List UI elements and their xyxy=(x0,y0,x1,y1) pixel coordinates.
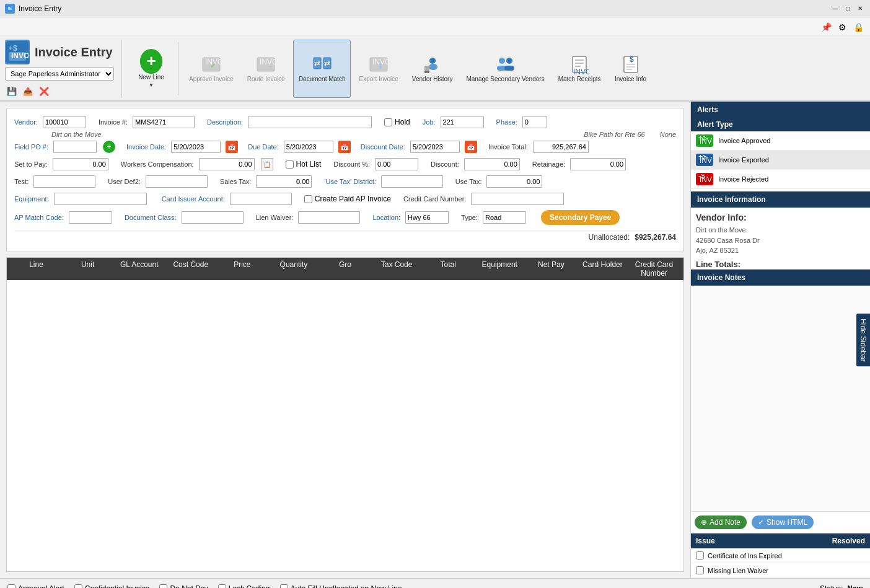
lock-coding-label[interactable]: Lock Coding xyxy=(218,584,270,589)
add-note-button[interactable]: ⊕ Add Note xyxy=(695,516,747,529)
invoice-num-input[interactable] xyxy=(133,116,195,128)
manage-secondary-vendors-icon xyxy=(496,55,516,74)
due-date-cal-button[interactable]: 📅 xyxy=(338,141,351,153)
sales-tax-input[interactable] xyxy=(256,175,312,188)
type-input[interactable] xyxy=(483,211,526,224)
retainage-input[interactable] xyxy=(570,158,626,170)
job-input[interactable] xyxy=(441,116,484,128)
hot-list-label[interactable]: Hot List xyxy=(286,160,322,169)
description-input[interactable] xyxy=(248,116,372,128)
close-button[interactable]: ✕ xyxy=(855,4,865,14)
ap-match-input[interactable] xyxy=(69,211,112,224)
location-input[interactable] xyxy=(405,211,449,224)
show-html-button[interactable]: ✓ Show HTML xyxy=(752,516,814,529)
auto-fill-label[interactable]: Auto Fill Unallocated on New Line xyxy=(280,584,402,589)
route-invoice-button[interactable]: INVOICE → Route Invoice xyxy=(242,40,291,98)
settings-button[interactable]: ⚙ xyxy=(835,20,849,34)
alert-exported[interactable]: +$ INVOICE Invoice Exported xyxy=(691,151,870,170)
equipment-input[interactable] xyxy=(54,193,147,205)
create-paid-ap-label[interactable]: Create Paid AP Invoice xyxy=(304,195,391,203)
vendor-history-button[interactable]: Vendor History xyxy=(406,40,459,98)
alert-approved-label: Invoice Approved xyxy=(718,137,770,144)
table-body xyxy=(7,280,683,571)
field-po-button[interactable]: + xyxy=(103,141,115,153)
do-not-pay-checkbox[interactable] xyxy=(159,584,167,588)
set-to-pay-label: Set to Pay: xyxy=(14,160,48,168)
approval-alert-checkbox[interactable] xyxy=(7,584,15,588)
workers-comp-icon-button[interactable]: 📋 xyxy=(261,158,273,170)
approve-invoice-button[interactable]: INVOICE ✔ Approve Invoice xyxy=(183,40,239,98)
issue-cert-expired-checkbox[interactable] xyxy=(696,551,704,559)
lock-coding-checkbox[interactable] xyxy=(218,584,226,588)
new-line-button[interactable]: + New Line ▼ xyxy=(130,40,173,98)
save-button[interactable]: 💾 xyxy=(5,84,19,98)
lien-waiver-input[interactable] xyxy=(298,211,360,224)
card-issuer-input[interactable] xyxy=(230,193,292,205)
retainage-label: Retainage: xyxy=(532,160,565,168)
match-receipts-button[interactable]: INVOICE Match Receipts xyxy=(553,40,607,98)
create-paid-ap-checkbox[interactable] xyxy=(304,195,312,203)
issue-missing-lien-checkbox[interactable] xyxy=(696,566,704,574)
invoice-total-input[interactable] xyxy=(533,141,589,153)
due-date-input[interactable] xyxy=(284,141,333,153)
hot-list-checkbox[interactable] xyxy=(286,160,294,169)
svg-text:✔: ✔ xyxy=(210,61,216,70)
col-unit: Unit xyxy=(62,260,113,278)
col-card-holder: Card Holder xyxy=(577,260,628,278)
phase-input[interactable] xyxy=(522,116,547,128)
user-dropdown[interactable]: Sage Paperless Administrator xyxy=(5,67,114,81)
minimize-button[interactable]: — xyxy=(830,4,840,14)
export-button[interactable]: 📤 xyxy=(21,84,35,98)
test-input[interactable] xyxy=(33,175,95,188)
hold-checkbox-label[interactable]: Hold xyxy=(384,118,410,126)
lock-button[interactable]: 🔒 xyxy=(851,20,865,34)
auto-fill-checkbox[interactable] xyxy=(280,584,288,588)
alert-rejected[interactable]: -$ INVOICE Invoice Rejected xyxy=(691,170,870,189)
status-value: New xyxy=(847,584,863,589)
document-match-button[interactable]: ⇄ ⇄ Document Match xyxy=(293,40,351,98)
secondary-payee-button[interactable]: Secondary Payee xyxy=(541,210,620,225)
workers-comp-input[interactable] xyxy=(199,158,255,170)
set-to-pay-input[interactable] xyxy=(53,158,108,170)
do-not-pay-label[interactable]: Do Not Pay xyxy=(159,584,208,589)
discard-button[interactable]: ❌ xyxy=(37,84,51,98)
discount-date-cal-button[interactable]: 📅 xyxy=(465,141,477,153)
type-label: Type: xyxy=(461,214,478,221)
use-tax-district-input[interactable] xyxy=(381,175,443,188)
vendor-history-label: Vendor History xyxy=(412,76,453,83)
workers-comp-label: Workers Compensation: xyxy=(121,160,194,168)
discount-pct-input[interactable] xyxy=(375,158,418,170)
invoice-date-input[interactable] xyxy=(171,141,221,153)
discount-label: Discount: xyxy=(431,160,459,168)
approval-alert-label[interactable]: Approval Alert xyxy=(7,584,64,589)
user-def2-label: User Def2: xyxy=(108,178,141,185)
discount-date-input[interactable] xyxy=(410,141,460,153)
alert-exported-icon: +$ INVOICE xyxy=(696,154,713,166)
confidential-invoice-checkbox[interactable] xyxy=(74,584,82,588)
unallocated-amount: $925,267.64 xyxy=(635,233,676,242)
credit-card-input[interactable] xyxy=(471,193,564,205)
field-po-input[interactable] xyxy=(53,141,97,153)
document-class-input[interactable] xyxy=(182,211,244,224)
discount-input[interactable] xyxy=(464,158,520,170)
alert-approved[interactable]: +$ INVOICE Invoice Approved xyxy=(691,131,870,151)
hold-checkbox[interactable] xyxy=(384,118,392,126)
new-line-label: New Line xyxy=(138,74,164,81)
invoice-info-button[interactable]: $ Invoice Info xyxy=(609,40,652,98)
vendor-input[interactable] xyxy=(43,116,86,128)
notes-section: ⊕ Add Note ✓ Show HTML xyxy=(691,286,870,533)
hide-sidebar-tab[interactable]: Hide Sidebar xyxy=(856,314,870,366)
manage-secondary-vendors-button[interactable]: Manage Secondary Vendors xyxy=(460,40,550,98)
form-row-6: AP Match Code: Document Class: Lien Waiv… xyxy=(14,210,676,225)
pin-button[interactable]: 📌 xyxy=(819,20,833,34)
invoice-date-cal-button[interactable]: 📅 xyxy=(226,141,238,153)
confidential-invoice-label[interactable]: Confidential Invoice xyxy=(74,584,150,589)
issue-cert-expired-text: Certificate of Ins Expired xyxy=(708,552,865,559)
maximize-button[interactable]: □ xyxy=(843,4,853,14)
user-def2-input[interactable] xyxy=(146,175,208,188)
export-invoice-button[interactable]: INVOICE ⬆ Export Invoice xyxy=(353,40,403,98)
svg-point-22 xyxy=(499,58,505,64)
svg-rect-19 xyxy=(424,66,429,71)
use-tax-input[interactable] xyxy=(486,175,542,188)
job-label: Job: xyxy=(423,118,436,126)
